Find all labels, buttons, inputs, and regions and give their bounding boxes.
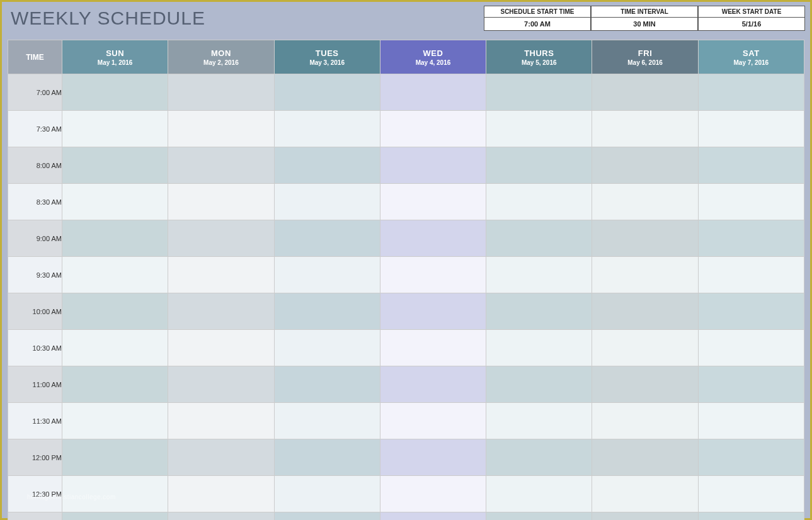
slot-mon[interactable] [168, 74, 274, 111]
schedule-frame: WEEKLY SCHEDULE SCHEDULE START TIME 7:00… [0, 0, 812, 520]
slot-mon[interactable] [168, 512, 274, 521]
slot-thurs[interactable] [486, 220, 592, 257]
slot-fri[interactable] [592, 147, 698, 184]
setting-value[interactable]: 30 MIN [592, 18, 697, 30]
slot-fri[interactable] [592, 184, 698, 220]
slot-wed[interactable] [380, 147, 486, 184]
time-row: 8:00 AM [8, 147, 804, 184]
slot-mon[interactable] [168, 330, 274, 366]
slot-sat[interactable] [698, 330, 804, 366]
slot-mon[interactable] [168, 184, 274, 220]
slot-tues[interactable] [274, 476, 380, 512]
slot-tues[interactable] [274, 220, 380, 257]
slot-mon[interactable] [168, 293, 274, 330]
slot-mon[interactable] [168, 439, 274, 476]
slot-sat[interactable] [698, 257, 804, 293]
slot-fri[interactable] [592, 74, 698, 111]
slot-tues[interactable] [274, 330, 380, 366]
slot-sun[interactable] [62, 257, 168, 293]
slot-tues[interactable] [274, 293, 380, 330]
slot-wed[interactable] [380, 220, 486, 257]
slot-tues[interactable] [274, 147, 380, 184]
schedule-thead: TIME SUN May 1, 2016 MON May 2, 2016 TUE… [8, 40, 804, 74]
day-date: May 5, 2016 [486, 59, 592, 66]
slot-fri[interactable] [592, 512, 698, 521]
slot-wed[interactable] [380, 111, 486, 147]
slot-sat[interactable] [698, 476, 804, 512]
slot-thurs[interactable] [486, 184, 592, 220]
slot-wed[interactable] [380, 512, 486, 521]
slot-thurs[interactable] [486, 403, 592, 439]
slot-sun[interactable] [62, 403, 168, 439]
slot-sat[interactable] [698, 512, 804, 521]
slot-fri[interactable] [592, 403, 698, 439]
slot-sun[interactable] [62, 111, 168, 147]
slot-thurs[interactable] [486, 330, 592, 366]
setting-value[interactable]: 5/1/16 [699, 18, 804, 30]
slot-sun[interactable] [62, 439, 168, 476]
slot-thurs[interactable] [486, 476, 592, 512]
day-date: May 7, 2016 [699, 59, 804, 66]
slot-sun[interactable] [62, 220, 168, 257]
slot-sat[interactable] [698, 439, 804, 476]
slot-sun[interactable] [62, 330, 168, 366]
slot-tues[interactable] [274, 366, 380, 403]
slot-mon[interactable] [168, 147, 274, 184]
slot-wed[interactable] [380, 74, 486, 111]
slot-fri[interactable] [592, 330, 698, 366]
time-label: 1:00 PM [8, 512, 62, 521]
slot-tues[interactable] [274, 184, 380, 220]
slot-thurs[interactable] [486, 111, 592, 147]
slot-wed[interactable] [380, 476, 486, 512]
slot-thurs[interactable] [486, 366, 592, 403]
slot-tues[interactable] [274, 512, 380, 521]
slot-wed[interactable] [380, 184, 486, 220]
slot-tues[interactable] [274, 403, 380, 439]
slot-mon[interactable] [168, 403, 274, 439]
slot-wed[interactable] [380, 403, 486, 439]
slot-wed[interactable] [380, 330, 486, 366]
slot-sat[interactable] [698, 147, 804, 184]
slot-sun[interactable] [62, 293, 168, 330]
slot-thurs[interactable] [486, 147, 592, 184]
slot-sun[interactable] [62, 74, 168, 111]
slot-sat[interactable] [698, 293, 804, 330]
slot-thurs[interactable] [486, 512, 592, 521]
slot-sat[interactable] [698, 403, 804, 439]
slot-mon[interactable] [168, 220, 274, 257]
slot-fri[interactable] [592, 220, 698, 257]
slot-fri[interactable] [592, 366, 698, 403]
slot-tues[interactable] [274, 439, 380, 476]
slot-tues[interactable] [274, 111, 380, 147]
schedule-tbody: 7:00 AM7:30 AM8:00 AM8:30 AM9:00 AM9:30 … [8, 74, 804, 521]
slot-sun[interactable] [62, 512, 168, 521]
slot-wed[interactable] [380, 257, 486, 293]
slot-sat[interactable] [698, 184, 804, 220]
slot-wed[interactable] [380, 293, 486, 330]
slot-sat[interactable] [698, 220, 804, 257]
slot-sun[interactable] [62, 184, 168, 220]
slot-sun[interactable] [62, 366, 168, 403]
slot-mon[interactable] [168, 257, 274, 293]
slot-sat[interactable] [698, 366, 804, 403]
slot-thurs[interactable] [486, 293, 592, 330]
slot-thurs[interactable] [486, 74, 592, 111]
slot-tues[interactable] [274, 257, 380, 293]
slot-mon[interactable] [168, 476, 274, 512]
slot-fri[interactable] [592, 257, 698, 293]
slot-thurs[interactable] [486, 439, 592, 476]
slot-mon[interactable] [168, 111, 274, 147]
slot-mon[interactable] [168, 366, 274, 403]
slot-sat[interactable] [698, 74, 804, 111]
slot-wed[interactable] [380, 439, 486, 476]
slot-fri[interactable] [592, 111, 698, 147]
slot-sun[interactable] [62, 147, 168, 184]
slot-thurs[interactable] [486, 257, 592, 293]
slot-fri[interactable] [592, 439, 698, 476]
slot-fri[interactable] [592, 476, 698, 512]
slot-sat[interactable] [698, 111, 804, 147]
slot-wed[interactable] [380, 366, 486, 403]
slot-tues[interactable] [274, 74, 380, 111]
slot-fri[interactable] [592, 293, 698, 330]
setting-value[interactable]: 7:00 AM [484, 18, 590, 30]
